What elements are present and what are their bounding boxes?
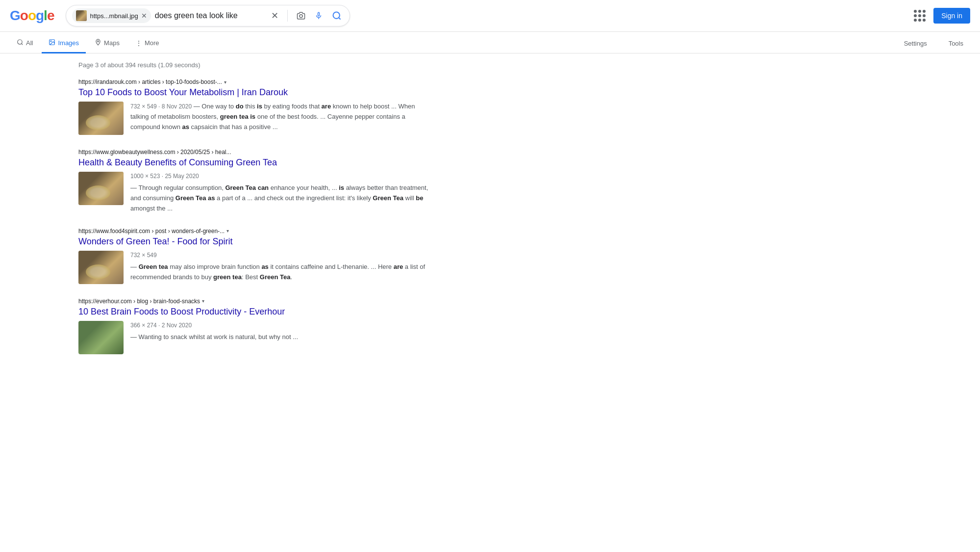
header-right: Sign in: [914, 8, 970, 24]
nav-item-more[interactable]: ⋮ More: [128, 34, 166, 53]
svg-point-0: [300, 15, 302, 18]
sign-in-button[interactable]: Sign in: [933, 8, 970, 24]
nav-more-label: More: [145, 39, 159, 47]
result-body: 366 × 274 · 2 Nov 2020 — Wanting to snac…: [78, 321, 431, 354]
url-chevron-icon: ▾: [224, 79, 226, 85]
thumb-image: [78, 251, 124, 284]
chip-label: https...mbnail.jpg: [90, 12, 138, 20]
result-meta: 732 × 549 · 8 Nov 2020: [130, 103, 192, 110]
svg-point-6: [51, 41, 52, 42]
svg-point-7: [98, 41, 99, 42]
svg-point-3: [18, 40, 22, 44]
result-thumbnail: [78, 102, 124, 135]
chip-close-icon[interactable]: ✕: [141, 12, 147, 20]
nav-all-label: All: [26, 39, 33, 47]
results-count: Page 3 of about 394 results (1.09 second…: [78, 61, 431, 69]
nav-maps-label: Maps: [104, 39, 120, 47]
thumb-image: [78, 172, 124, 205]
results-area: Page 3 of about 394 results (1.09 second…: [0, 53, 441, 376]
result-snippet: 732 × 549 — Green tea may also improve b…: [130, 251, 431, 283]
result-item: https://www.food4spirit.com › post › won…: [78, 228, 431, 284]
result-meta: 1000 × 523 · 25 May 2020: [130, 172, 431, 181]
search-input[interactable]: [155, 11, 266, 20]
images-icon: [49, 39, 55, 47]
result-body: 732 × 549 — Green tea may also improve b…: [78, 251, 431, 284]
result-snippet: 366 × 274 · 2 Nov 2020 — Wanting to snac…: [130, 321, 431, 342]
result-url: https://irandarouk.com › articles › top-…: [78, 79, 431, 85]
tools-link[interactable]: Tools: [942, 35, 970, 52]
thumb-image: [78, 102, 124, 135]
result-thumbnail: [78, 321, 124, 354]
settings-link[interactable]: Settings: [897, 35, 934, 52]
svg-line-4: [22, 44, 23, 45]
nav-item-maps[interactable]: Maps: [88, 34, 126, 53]
svg-point-1: [333, 12, 340, 19]
result-meta: 366 × 274 · 2 Nov 2020: [130, 321, 431, 330]
header: G o o g l e https...mbnail.jpg ✕ ✕: [0, 0, 980, 32]
nav-bar: All Images Maps ⋮ More Settings Tools: [0, 32, 980, 53]
camera-search-button[interactable]: [295, 9, 307, 22]
nav-images-label: Images: [58, 39, 79, 47]
result-item: https://everhour.com › blog › brain-food…: [78, 298, 431, 354]
search-icons: ✕: [269, 8, 344, 23]
result-title-link[interactable]: Health & Beauty Benefits of Consuming Gr…: [78, 158, 431, 168]
chip-thumb-image: [76, 10, 87, 21]
url-chevron-icon: ▾: [202, 298, 204, 304]
voice-search-button[interactable]: [312, 9, 325, 22]
result-item: https://irandarouk.com › articles › top-…: [78, 79, 431, 135]
google-logo: G o o g l e: [10, 8, 54, 24]
result-url: https://everhour.com › blog › brain-food…: [78, 298, 431, 305]
svg-line-2: [339, 18, 341, 20]
result-thumbnail: [78, 172, 124, 205]
search-bar: https...mbnail.jpg ✕ ✕: [66, 5, 350, 26]
result-snippet: 732 × 549 · 8 Nov 2020 — One way to do t…: [130, 102, 431, 132]
result-title-link[interactable]: Wonders of Green Tea! - Food for Spirit: [78, 237, 431, 247]
apps-button[interactable]: [914, 10, 926, 22]
result-item: https://www.glowbeautywellness.com › 202…: [78, 149, 431, 214]
nav-right: Settings Tools: [897, 35, 970, 52]
result-snippet: 1000 × 523 · 25 May 2020 — Through regul…: [130, 172, 431, 214]
thumb-image: [78, 321, 124, 354]
result-thumbnail: [78, 251, 124, 284]
clear-button[interactable]: ✕: [269, 8, 280, 23]
result-url: https://www.glowbeautywellness.com › 202…: [78, 149, 431, 156]
result-title-link[interactable]: 10 Best Brain Foods to Boost Productivit…: [78, 307, 431, 317]
maps-icon: [95, 39, 101, 47]
all-search-icon: [17, 39, 24, 47]
more-dots-icon: ⋮: [135, 39, 142, 47]
result-meta: 732 × 549: [130, 251, 431, 260]
image-chip[interactable]: https...mbnail.jpg ✕: [72, 8, 151, 23]
chip-thumbnail: [76, 10, 87, 21]
result-body: 1000 × 523 · 25 May 2020 — Through regul…: [78, 172, 431, 214]
result-url: https://www.food4spirit.com › post › won…: [78, 228, 431, 235]
url-chevron-icon: ▾: [226, 228, 229, 234]
nav-item-all[interactable]: All: [10, 34, 40, 53]
search-button[interactable]: [330, 9, 344, 23]
divider: [287, 10, 288, 22]
result-title-link[interactable]: Top 10 Foods to Boost Your Metabolism | …: [78, 87, 431, 98]
nav-item-images[interactable]: Images: [42, 34, 86, 53]
result-body: 732 × 549 · 8 Nov 2020 — One way to do t…: [78, 102, 431, 135]
